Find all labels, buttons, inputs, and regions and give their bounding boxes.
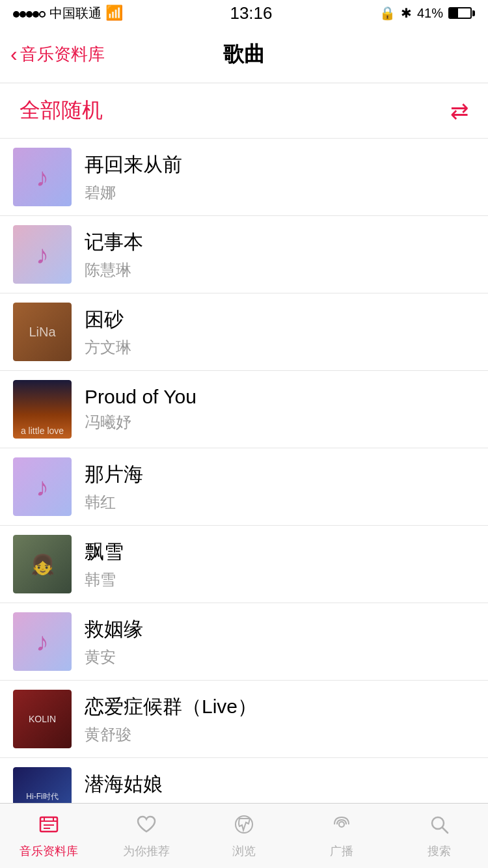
status-time: 13:16 [230,3,272,23]
song-title: 那片海 [85,461,475,488]
song-info: 再回来从前 碧娜 [85,152,475,203]
carrier-label: 中国联通 [49,5,102,22]
search-label: 搜索 [427,843,451,859]
song-title: 潜海姑娘 [85,771,475,798]
battery-icon [448,7,475,19]
tab-foryou[interactable]: 为你推荐 [98,804,195,868]
song-artist: 碧娜 [85,182,475,203]
album-art: ♪ [13,148,72,206]
tab-bar: 音乐资料库 为你推荐 浏览 广播 [0,803,488,868]
song-title: 救姻缘 [85,616,475,643]
heart-icon [135,813,157,841]
list-item[interactable]: ♪ 再回来从前 碧娜 [0,139,488,216]
shuffle-icon[interactable]: ⇄ [450,98,468,124]
lock-icon: 🔒 [379,5,396,21]
song-info: 记事本 陈慧琳 [85,229,475,280]
list-item[interactable]: 👧 飘雪 韩雪 [0,526,488,603]
foryou-label: 为你推荐 [123,843,170,859]
status-right: 🔒 ✱ 41% [379,5,475,21]
list-item[interactable]: ♪ 那片海 韩红 [0,448,488,526]
wifi-icon: 📶 [105,5,123,21]
music-note-icon: ♪ [36,163,49,192]
tab-library[interactable]: 音乐资料库 [0,804,98,868]
list-item[interactable]: a little love Proud of You 冯曦妤 [0,371,488,448]
song-artist: 黄安 [85,647,475,668]
status-bar: 中国联通 📶 13:16 🔒 ✱ 41% [0,0,488,26]
album-art: 👧 [13,535,72,593]
tab-search[interactable]: 搜索 [390,804,488,868]
song-title: Proud of You [85,386,475,408]
list-item[interactable]: ♪ 救姻缘 黄安 [0,603,488,681]
song-info: Proud of You 冯曦妤 [85,386,475,433]
song-artist: 陈慧琳 [85,260,475,280]
song-info: 恋爱症候群（Live） 黄舒骏 [85,694,475,745]
song-info: 困砂 方文琳 [85,306,475,358]
song-artist: 黄舒骏 [85,724,475,745]
svg-point-7 [339,822,344,827]
song-artist: 韩红 [85,492,475,513]
back-button[interactable]: ‹ 音乐资料库 [10,42,105,66]
shuffle-label: 全部随机 [20,96,103,125]
song-info: 那片海 韩红 [85,461,475,513]
tab-radio[interactable]: 广播 [293,804,390,868]
shuffle-row[interactable]: 全部随机 ⇄ [0,83,488,139]
song-info: 飘雪 韩雪 [85,539,475,590]
radio-icon [331,813,353,841]
signal-dots [13,5,46,21]
library-label: 音乐资料库 [20,843,78,859]
album-art: ♪ [13,225,72,284]
song-artist: 韩雪 [85,569,475,590]
music-note-icon: ♪ [36,627,49,657]
battery-percent: 41% [417,6,443,21]
music-note-icon: ♪ [36,472,49,502]
song-title: 困砂 [85,306,475,333]
album-art: ♪ [13,612,72,671]
list-item[interactable]: KOLIN 恋爱症候群（Live） 黄舒骏 [0,681,488,758]
song-artist: 冯曦妤 [85,412,475,433]
tab-browse[interactable]: 浏览 [195,804,293,868]
bluetooth-icon: ✱ [401,5,412,21]
song-list: ♪ 再回来从前 碧娜 ♪ 记事本 陈慧琳 LiN [0,139,488,835]
song-info: 救姻缘 黄安 [85,616,475,668]
radio-label: 广播 [330,843,353,859]
library-icon [38,813,60,841]
back-label: 音乐资料库 [20,43,105,66]
chevron-left-icon: ‹ [10,42,18,66]
browse-label: 浏览 [232,843,256,859]
svg-line-9 [442,828,448,833]
album-art: ♪ [13,457,72,516]
song-title: 飘雪 [85,539,475,565]
album-art: LiNa [13,303,72,361]
song-artist: 方文琳 [85,337,475,358]
list-item[interactable]: ♪ 记事本 陈慧琳 [0,216,488,293]
album-art: KOLIN [13,690,72,748]
music-note-icon: ♪ [36,240,49,269]
song-title: 记事本 [85,229,475,256]
song-title: 恋爱症候群（Live） [85,694,475,720]
content-area: 全部随机 ⇄ ♪ 再回来从前 碧娜 ♪ 记事本 [0,83,488,868]
nav-bar: ‹ 音乐资料库 歌曲 [0,26,488,83]
list-item[interactable]: LiNa 困砂 方文琳 [0,293,488,371]
search-icon [428,813,450,841]
browse-icon [233,813,255,841]
status-left: 中国联通 📶 [13,5,123,22]
album-art: a little love [13,380,72,439]
page-title: 歌曲 [223,40,265,69]
song-title: 再回来从前 [85,152,475,178]
